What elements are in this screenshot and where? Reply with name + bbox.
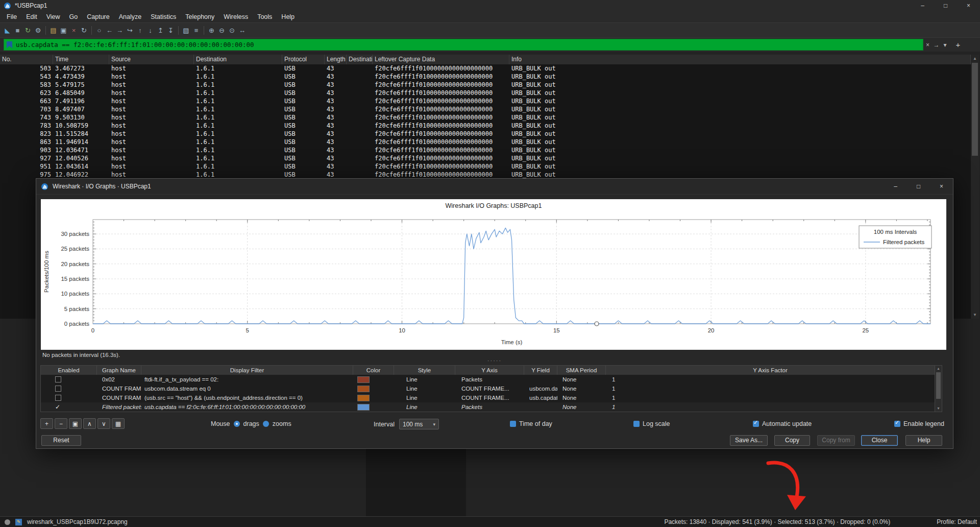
splitter-handle[interactable]: ·····: [36, 358, 953, 363]
packet-row[interactable]: 92712.040526host1.6.1USB43f20cfe6fff1f01…: [0, 154, 971, 162]
packet-row[interactable]: 7038.497407host1.6.1USB43f20cfe6fff1f010…: [0, 105, 971, 113]
filter-dropdown-icon[interactable]: ▾: [941, 41, 949, 49]
duplicate-graph-button[interactable]: ▣: [69, 418, 82, 429]
column-header-6[interactable]: Destination: [347, 55, 373, 64]
column-header-4[interactable]: Protocol: [282, 55, 325, 64]
mouse-zooms-label[interactable]: zooms: [273, 420, 291, 427]
copy-button[interactable]: Copy: [774, 435, 810, 446]
capture-comment-icon[interactable]: ✎: [15, 519, 22, 525]
packet-row[interactable]: 7439.503130host1.6.1USB43f20cfe6fff1f010…: [0, 113, 971, 122]
menu-tools[interactable]: Tools: [253, 12, 277, 22]
mouse-drags-label[interactable]: drags: [243, 420, 259, 427]
packet-row[interactable]: 97512.046922host1.6.1USB43f20cfe6fff1f01…: [0, 171, 971, 179]
help-button[interactable]: Help: [905, 435, 942, 446]
graph-column-header-5[interactable]: Y Axis: [455, 366, 524, 375]
packet-row[interactable]: 5434.473439host1.6.1USB43f20cfe6fff1f010…: [0, 73, 971, 81]
menu-telephony[interactable]: Telephony: [181, 12, 219, 22]
graph-enabled-cell[interactable]: ✓: [41, 402, 97, 412]
graph-row[interactable]: 0x02ftdi-ft.if_a_tx_payload == 02:LinePa…: [41, 375, 935, 384]
resize-columns-icon[interactable]: ↔: [237, 25, 247, 36]
last-packet-icon[interactable]: ↧: [166, 25, 176, 36]
time-of-day-checkbox[interactable]: [510, 421, 516, 427]
minimize-button[interactable]: –: [911, 0, 934, 11]
packet-row[interactable]: 78310.508759host1.6.1USB43f20cfe6fff1f01…: [0, 122, 971, 130]
display-filter-input[interactable]: usb.capdata == f2:0c:fe:6f:ff:1f:01:00:0…: [4, 39, 923, 51]
column-header-3[interactable]: Destination: [194, 55, 282, 64]
start-capture-icon[interactable]: ◣: [3, 25, 12, 36]
graph-column-header-1[interactable]: Graph Name: [97, 366, 141, 375]
menu-statistics[interactable]: Statistics: [146, 12, 181, 22]
graph-color-cell[interactable]: [353, 384, 394, 393]
menu-capture[interactable]: Capture: [82, 12, 114, 22]
enable-legend-checkbox[interactable]: [894, 421, 900, 427]
menu-analyze[interactable]: Analyze: [114, 12, 146, 22]
checkbox-unchecked[interactable]: [55, 386, 61, 392]
menu-edit[interactable]: Edit: [21, 12, 42, 22]
packet-row[interactable]: 5835.479175host1.6.1USB43f20cfe6fff1f010…: [0, 81, 971, 89]
enable-legend-label[interactable]: Enable legend: [903, 420, 944, 427]
graph-enabled-cell[interactable]: [41, 384, 97, 393]
restart-capture-icon[interactable]: ↻: [23, 25, 33, 36]
mouse-drags-radio[interactable]: [234, 421, 240, 427]
graph-column-header-2[interactable]: Display Filter: [141, 366, 353, 375]
packet-row[interactable]: 6637.491196host1.6.1USB43f20cfe6fff1f010…: [0, 97, 971, 105]
go-forward-icon[interactable]: →: [115, 25, 125, 36]
profile-selector[interactable]: Profile: Default: [937, 518, 977, 525]
maximize-button[interactable]: □: [934, 0, 957, 11]
checkbox-unchecked[interactable]: [55, 376, 61, 382]
go-back-icon[interactable]: ←: [105, 25, 114, 36]
column-header-7[interactable]: Leftover Capture Data: [373, 55, 509, 64]
graph-enabled-cell[interactable]: [41, 375, 97, 384]
close-button[interactable]: ×: [957, 0, 980, 11]
menu-view[interactable]: View: [42, 12, 65, 22]
packet-row[interactable]: 86311.946914host1.6.1USB43f20cfe6fff1f01…: [0, 138, 971, 146]
add-graph-button[interactable]: +: [40, 418, 53, 429]
menu-file[interactable]: File: [2, 12, 21, 22]
move-down-button[interactable]: ∨: [97, 418, 110, 429]
colorize-icon[interactable]: ▧: [181, 25, 191, 36]
menu-go[interactable]: Go: [65, 12, 83, 22]
column-header-2[interactable]: Source: [109, 55, 194, 64]
log-scale-label[interactable]: Log scale: [643, 420, 670, 427]
graph-column-header-7[interactable]: SMA Period: [557, 366, 606, 375]
zoom-in-icon[interactable]: ⊕: [207, 25, 216, 36]
time-of-day-label[interactable]: Time of day: [519, 420, 552, 427]
packet-row[interactable]: 82311.515284host1.6.1USB43f20cfe6fff1f01…: [0, 130, 971, 138]
graph-table-scrollbar[interactable]: ▲ ▼: [935, 366, 942, 412]
graph-column-header-3[interactable]: Color: [353, 366, 394, 375]
dialog-close-button[interactable]: ×: [930, 179, 953, 194]
graph-column-header-6[interactable]: Y Field: [524, 366, 557, 375]
next-packet-icon[interactable]: ↓: [145, 25, 155, 36]
column-header-8[interactable]: Info: [509, 55, 971, 64]
dialog-maximize-button[interactable]: □: [907, 179, 930, 194]
automatic-update-checkbox[interactable]: [753, 421, 759, 427]
packet-row[interactable]: 5033.467273host1.6.1USB43f20cfe6fff1f010…: [0, 64, 971, 73]
go-to-packet-icon[interactable]: ↪: [125, 25, 135, 36]
filter-clear-icon[interactable]: ×: [923, 41, 932, 49]
menu-wireless[interactable]: Wireless: [219, 12, 253, 22]
autoscroll-icon[interactable]: ≡: [191, 25, 201, 36]
dialog-titlebar[interactable]: Wireshark · I/O Graphs · USBPcap1 – □ ×: [36, 179, 953, 195]
checkbox-unchecked[interactable]: [55, 395, 61, 401]
packet-row[interactable]: 90312.036471host1.6.1USB43f20cfe6fff1f01…: [0, 146, 971, 154]
previous-packet-icon[interactable]: ↑: [135, 25, 145, 36]
log-scale-checkbox[interactable]: [633, 421, 640, 427]
main-titlebar[interactable]: *USBPcap1 – □ ×: [0, 0, 980, 11]
graph-color-cell[interactable]: [353, 402, 394, 412]
scroll-up-icon[interactable]: ▲: [935, 366, 942, 372]
column-header-5[interactable]: Length: [325, 55, 347, 64]
capture-filename[interactable]: wireshark_USBPcap1B9IJ72.pcapng: [27, 518, 128, 525]
scroll-down-icon[interactable]: ▼: [971, 311, 979, 319]
packet-row[interactable]: 6236.485049host1.6.1USB43f20cfe6fff1f010…: [0, 89, 971, 97]
dialog-minimize-button[interactable]: –: [884, 179, 907, 194]
reset-button[interactable]: Reset: [41, 435, 81, 446]
close-dialog-button[interactable]: Close: [861, 435, 898, 446]
graph-color-cell[interactable]: [353, 375, 394, 384]
save-as-button[interactable]: Save As...: [730, 435, 768, 446]
graph-row[interactable]: COUNT FRAME...(usb.src == "host") && (us…: [41, 393, 935, 402]
filter-bookmark-icon[interactable]: [7, 41, 12, 49]
automatic-update-label[interactable]: Automatic update: [762, 420, 812, 427]
zoom-out-icon[interactable]: ⊖: [217, 25, 227, 36]
capture-options-icon[interactable]: ⚙: [33, 25, 43, 36]
clear-graphs-button[interactable]: ▦: [112, 418, 125, 429]
